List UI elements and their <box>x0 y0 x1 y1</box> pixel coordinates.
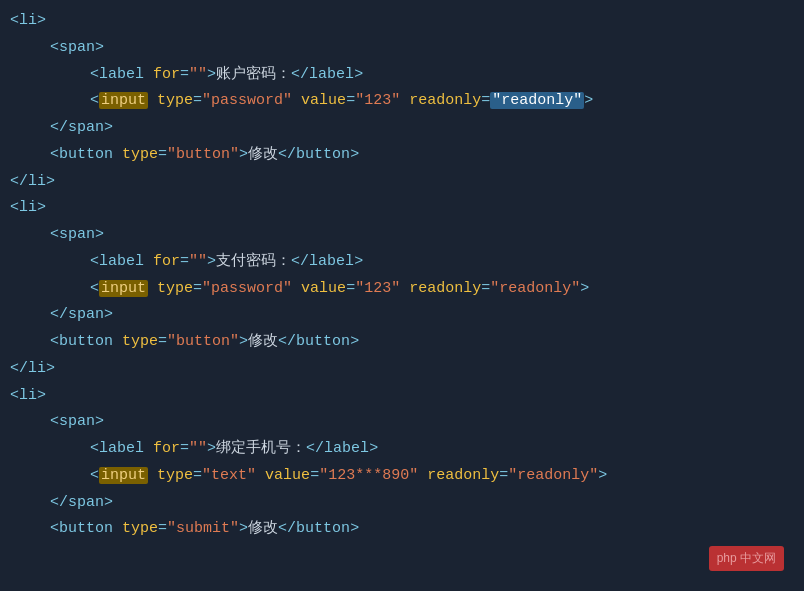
token-text-content: 绑定手机号： <box>216 440 306 457</box>
token-attr-value-red: "text" <box>202 467 256 484</box>
token-tag: li <box>19 12 37 29</box>
token-bracket: > <box>239 333 248 350</box>
token-attr-name: readonly <box>427 467 499 484</box>
token-bracket: = <box>193 467 202 484</box>
code-editor: <li><span><label for="">账户密码：</label><in… <box>0 0 804 551</box>
token-attr-name: type <box>157 280 193 297</box>
token-bracket: < <box>90 92 99 109</box>
token-bracket: > <box>207 253 216 270</box>
token-tag: button <box>59 333 122 350</box>
token-bracket: > <box>350 146 359 163</box>
token-tag: label <box>99 440 153 457</box>
token-bracket: = <box>193 280 202 297</box>
token-bracket: < <box>50 413 59 430</box>
token-tag: label <box>324 440 369 457</box>
code-line-l12: </span> <box>0 302 804 329</box>
token-bracket: < <box>90 280 99 297</box>
token-bracket <box>292 280 301 297</box>
token-bracket: < <box>90 440 99 457</box>
token-attr-value-red: "123***890" <box>319 467 418 484</box>
token-attr-value-red: "readonly" <box>490 280 580 297</box>
code-line-l19: </span> <box>0 490 804 517</box>
token-bracket: </ <box>278 520 296 537</box>
token-attr-name: type <box>157 92 193 109</box>
token-attr-name: for <box>153 66 180 83</box>
token-input-highlight: input <box>99 280 148 297</box>
token-bracket: < <box>90 66 99 83</box>
token-attr-name: type <box>122 520 158 537</box>
token-bracket <box>400 280 409 297</box>
token-attr-value-red: "submit" <box>167 520 239 537</box>
code-line-l11: <input type="password" value="123" reado… <box>0 276 804 303</box>
token-bracket <box>148 467 157 484</box>
token-bracket: > <box>354 253 363 270</box>
token-bracket: > <box>46 173 55 190</box>
token-attr-value-red: "123" <box>355 280 400 297</box>
token-tag: button <box>296 333 350 350</box>
token-bracket: </ <box>278 146 296 163</box>
token-bracket: = <box>193 92 202 109</box>
token-bracket: > <box>239 520 248 537</box>
token-bracket: = <box>346 92 355 109</box>
token-text-content: 修改 <box>248 333 278 350</box>
token-bracket: > <box>104 306 113 323</box>
token-tag: li <box>19 387 37 404</box>
token-bracket: </ <box>291 66 309 83</box>
token-bracket: > <box>95 226 104 243</box>
token-bracket: > <box>207 66 216 83</box>
token-tag: span <box>59 226 95 243</box>
token-bracket: = <box>158 333 167 350</box>
token-text-content: 修改 <box>248 146 278 163</box>
token-bracket: </ <box>10 360 28 377</box>
token-bracket: = <box>158 146 167 163</box>
code-line-l16: <span> <box>0 409 804 436</box>
token-tag: li <box>28 360 46 377</box>
token-tag: button <box>296 146 350 163</box>
token-bracket: > <box>580 280 589 297</box>
code-line-l4: <input type="password" value="123" reado… <box>0 88 804 115</box>
token-tag: label <box>99 253 153 270</box>
token-bracket: < <box>10 199 19 216</box>
code-line-l13: <button type="button">修改</button> <box>0 329 804 356</box>
token-attr-name: for <box>153 253 180 270</box>
token-input-highlight: input <box>99 92 148 109</box>
token-attr-name: for <box>153 440 180 457</box>
token-attr-name: readonly <box>409 280 481 297</box>
token-bracket: = <box>180 440 189 457</box>
token-attr-name: readonly <box>409 92 481 109</box>
token-bracket: < <box>50 333 59 350</box>
code-line-l17: <label for="">绑定手机号：</label> <box>0 436 804 463</box>
token-bracket <box>148 280 157 297</box>
code-line-l15: <li> <box>0 383 804 410</box>
token-bracket: > <box>37 387 46 404</box>
token-bracket: = <box>481 280 490 297</box>
token-bracket: = <box>158 520 167 537</box>
token-attr-value-red: "123" <box>355 92 400 109</box>
token-bracket <box>148 92 157 109</box>
token-text-content: 账户密码： <box>216 66 291 83</box>
token-tag: label <box>309 66 354 83</box>
token-bracket: > <box>350 333 359 350</box>
token-bracket: < <box>50 520 59 537</box>
token-attr-value-red: "" <box>189 66 207 83</box>
token-attr-value-red: "password" <box>202 280 292 297</box>
code-line-l6: <button type="button">修改</button> <box>0 142 804 169</box>
token-tag: span <box>59 39 95 56</box>
token-bracket: </ <box>10 173 28 190</box>
token-bracket <box>418 467 427 484</box>
token-bracket: < <box>50 226 59 243</box>
token-attr-name: value <box>301 92 346 109</box>
token-bracket: > <box>37 12 46 29</box>
token-bracket <box>256 467 265 484</box>
token-tag: li <box>19 199 37 216</box>
token-bracket: < <box>90 467 99 484</box>
token-bracket: < <box>10 387 19 404</box>
token-tag: span <box>59 413 95 430</box>
token-bracket <box>400 92 409 109</box>
token-bracket: < <box>50 39 59 56</box>
code-line-l7: </li> <box>0 169 804 196</box>
token-tag: span <box>68 494 104 511</box>
token-bracket: > <box>95 413 104 430</box>
token-bracket: </ <box>50 306 68 323</box>
token-bracket: > <box>46 360 55 377</box>
